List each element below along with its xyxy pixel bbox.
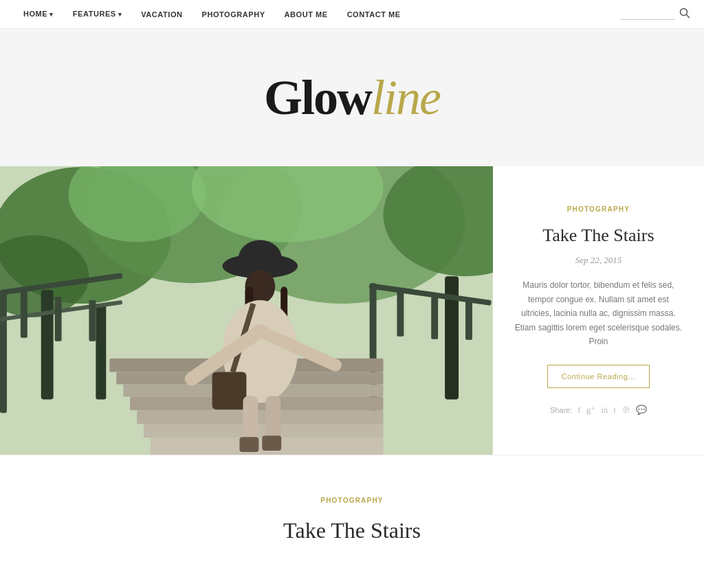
nav-item-features[interactable]: FEATURES: [63, 0, 131, 29]
featured-post: PHOTOGRAPHY Take The Stairs Sep 22, 2015…: [0, 166, 704, 455]
svg-line-1: [687, 15, 690, 19]
share-label: Share:: [550, 406, 572, 414]
second-post-category: PHOTOGRAPHY: [125, 497, 579, 504]
svg-rect-21: [397, 290, 404, 337]
site-header: Glow line: [0, 29, 704, 166]
svg-rect-42: [265, 396, 280, 442]
post-title: Take The Stairs: [542, 224, 654, 247]
svg-rect-17: [55, 297, 62, 341]
post-sidebar: PHOTOGRAPHY Take The Stairs Sep 22, 2015…: [493, 166, 704, 455]
nav-item-contact[interactable]: CONTACT ME: [338, 0, 410, 29]
post-date: Sep 22, 2015: [575, 255, 622, 266]
nav-item-about[interactable]: ABOUT ME: [275, 0, 338, 29]
post-excerpt: Mauris dolor tortor, bibendum et felis s…: [514, 278, 683, 348]
second-post-title: Take The Stairs: [125, 517, 579, 545]
svg-rect-43: [239, 437, 258, 452]
continue-reading-button[interactable]: Continue Reading...: [547, 365, 650, 388]
nav-item-home[interactable]: HOME: [14, 0, 63, 29]
comment-icon[interactable]: 💬: [636, 405, 647, 416]
svg-point-0: [681, 9, 688, 16]
logo-part2: line: [371, 73, 440, 122]
logo-part1: Glow: [264, 73, 371, 122]
nav-list: HOME FEATURES VACATION PHOTOGRAPHY ABOUT…: [14, 0, 410, 29]
svg-rect-18: [89, 300, 96, 341]
svg-rect-23: [465, 300, 472, 340]
googleplus-icon[interactable]: g⁺: [586, 405, 596, 416]
svg-rect-44: [262, 436, 281, 451]
svg-rect-22: [431, 297, 438, 339]
svg-rect-10: [41, 290, 54, 399]
nav-item-vacation[interactable]: VACATION: [131, 0, 192, 29]
search-button[interactable]: [679, 8, 690, 21]
post-category: PHOTOGRAPHY: [567, 205, 630, 213]
search-input[interactable]: [620, 8, 675, 20]
facebook-icon[interactable]: f: [578, 405, 580, 416]
search-icon: [679, 8, 690, 19]
svg-rect-41: [243, 396, 258, 444]
twitter-icon[interactable]: t: [613, 405, 616, 416]
svg-rect-16: [21, 290, 28, 338]
featured-image: [0, 166, 493, 455]
share-row: Share: f g⁺ in t ℗ 💬: [550, 405, 647, 416]
second-post-preview: PHOTOGRAPHY Take The Stairs: [111, 455, 593, 559]
main-content: PHOTOGRAPHY Take The Stairs Sep 22, 2015…: [0, 166, 704, 559]
svg-rect-28: [137, 410, 383, 424]
linkedin-icon[interactable]: in: [601, 405, 608, 416]
svg-rect-29: [144, 424, 383, 438]
svg-rect-38: [212, 372, 247, 410]
nav-item-photography[interactable]: PHOTOGRAPHY: [192, 0, 275, 29]
main-nav: HOME FEATURES VACATION PHOTOGRAPHY ABOUT…: [0, 0, 704, 29]
search-area: [620, 8, 690, 21]
svg-rect-13: [0, 290, 7, 413]
pinterest-icon[interactable]: ℗: [622, 405, 630, 416]
svg-rect-11: [96, 304, 106, 399]
logo: Glow line: [264, 73, 440, 122]
